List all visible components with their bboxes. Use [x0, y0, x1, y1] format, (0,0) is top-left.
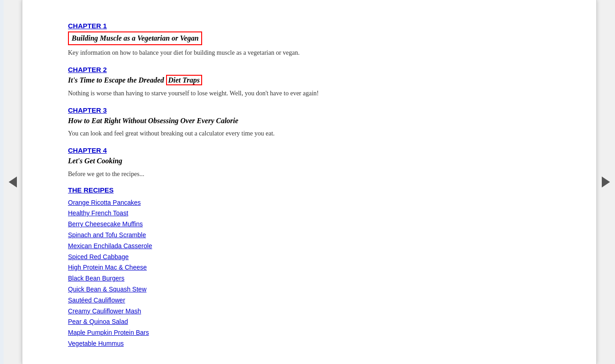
- chapter-1-section: CHAPTER 1 Building Muscle as a Vegetaria…: [68, 22, 569, 57]
- recipe-link-5[interactable]: Spiced Red Cabbage: [68, 252, 569, 263]
- recipe-link-12[interactable]: Maple Pumpkin Protein Bars: [68, 328, 569, 338]
- chapter-4-label[interactable]: CHAPTER 4: [68, 146, 569, 154]
- recipes-section: THE RECIPES Orange Ricotta PancakesHealt…: [68, 186, 569, 349]
- recipe-link-9[interactable]: Sautéed Cauliflower: [68, 295, 569, 306]
- recipe-link-2[interactable]: Berry Cheesecake Muffins: [68, 219, 569, 230]
- recipe-link-11[interactable]: Pear & Quinoa Salad: [68, 317, 569, 328]
- right-arrow-icon: [602, 177, 610, 187]
- chapter-4-section: CHAPTER 4 Let's Get Cooking Before we ge…: [68, 146, 569, 178]
- chapter-2-title: It's Time to Escape the Dreaded Diet Tra…: [68, 75, 569, 85]
- book-page: CHAPTER 1 Building Muscle as a Vegetaria…: [22, 0, 597, 364]
- chapter-4-title: Let's Get Cooking: [68, 156, 569, 166]
- recipe-link-6[interactable]: High Protein Mac & Cheese: [68, 262, 569, 273]
- recipe-link-4[interactable]: Mexican Enchilada Casserole: [68, 241, 569, 252]
- left-arrow-icon: [9, 177, 17, 187]
- chapter-3-desc: You can look and feel great without brea…: [68, 129, 569, 138]
- left-nav-arrow[interactable]: [4, 0, 22, 364]
- chapter-1-title: Building Muscle as a Vegetarian or Vegan: [68, 31, 202, 45]
- recipe-link-1[interactable]: Healthy French Toast: [68, 208, 569, 219]
- recipe-link-0[interactable]: Orange Ricotta Pancakes: [68, 198, 569, 208]
- chapter-3-section: CHAPTER 3 How to Eat Right Without Obses…: [68, 106, 569, 138]
- recipe-list: Orange Ricotta PancakesHealthy French To…: [68, 198, 569, 349]
- chapter-2-section: CHAPTER 2 It's Time to Escape the Dreade…: [68, 66, 569, 98]
- chapter-2-title-highlighted: Diet Traps: [166, 75, 202, 85]
- left-sidebar-accent: [0, 0, 4, 364]
- chapter-3-title: How to Eat Right Without Obsessing Over …: [68, 116, 569, 126]
- chapter-1-desc: Key information on how to balance your d…: [68, 48, 569, 57]
- chapter-2-desc: Nothing is worse than having to starve y…: [68, 88, 569, 98]
- page-container: CHAPTER 1 Building Muscle as a Vegetaria…: [0, 0, 615, 364]
- recipe-link-13[interactable]: Vegetable Hummus: [68, 338, 569, 349]
- chapter-2-title-prefix: It's Time to Escape the Dreaded: [68, 76, 166, 84]
- recipe-link-8[interactable]: Quick Bean & Squash Stew: [68, 284, 569, 295]
- right-nav-arrow[interactable]: [597, 0, 615, 364]
- chapter-4-desc: Before we get to the recipes...: [68, 169, 569, 179]
- recipe-link-7[interactable]: Black Bean Burgers: [68, 273, 569, 284]
- chapter-3-label[interactable]: CHAPTER 3: [68, 106, 569, 114]
- chapter-1-label[interactable]: CHAPTER 1: [68, 22, 569, 30]
- recipes-label[interactable]: THE RECIPES: [68, 186, 569, 194]
- chapter-2-label[interactable]: CHAPTER 2: [68, 66, 569, 73]
- recipe-link-10[interactable]: Creamy Cauliflower Mash: [68, 306, 569, 317]
- recipe-link-3[interactable]: Spinach and Tofu Scramble: [68, 230, 569, 241]
